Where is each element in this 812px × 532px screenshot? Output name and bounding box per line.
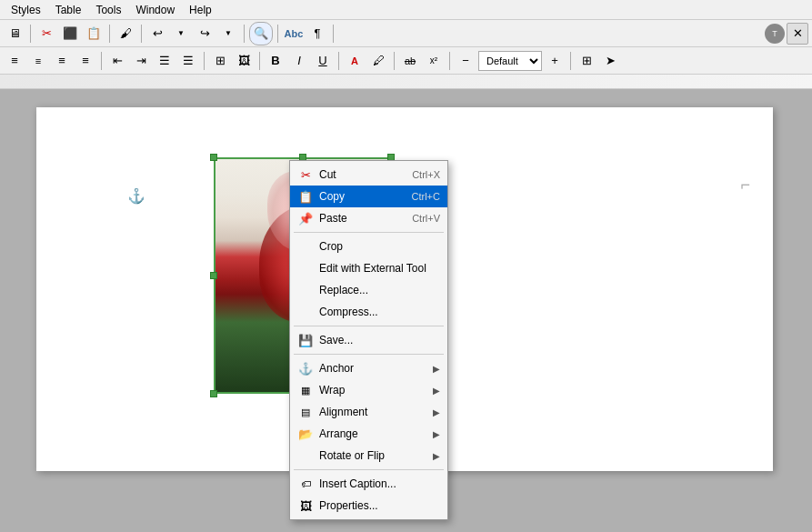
sep-1 [30, 25, 31, 43]
menu-alignment[interactable]: ▤ Alignment ▶ [290, 401, 447, 423]
arrow-right[interactable]: ➤ [599, 50, 621, 72]
indent-increase[interactable]: ⇥ [130, 50, 152, 72]
menu-styles[interactable]: Styles [4, 2, 48, 18]
sep-12 [449, 52, 450, 70]
sep-11 [394, 52, 395, 70]
context-menu: ✂ Cut Ctrl+X 📋 Copy Ctrl+C 📌 Paste Ctrl+… [289, 160, 448, 520]
menu-save[interactable]: 💾 Save... [290, 329, 447, 351]
document-area: ⚓ ⌐ ✂ Cut Ctrl+X 📋 Copy Ctrl+C 📌 Paste C… [0, 89, 812, 532]
rotate-label: Rotate or Flip [319, 449, 433, 462]
menu-insert-caption[interactable]: 🏷 Insert Caption... [290, 473, 447, 495]
crop-icon [297, 238, 314, 255]
sep-ctx-1 [294, 232, 444, 233]
alignment-arrow: ▶ [433, 407, 440, 417]
page-marker: ⌐ [740, 176, 750, 195]
sep-9 [259, 52, 260, 70]
menu-help[interactable]: Help [182, 2, 219, 18]
zoom-circle[interactable]: T [765, 24, 785, 44]
abc-button[interactable]: Abc [283, 23, 305, 45]
arrange-arrow: ▶ [433, 429, 440, 439]
insert-image[interactable]: 🖼 [233, 50, 255, 72]
caption-icon: 🏷 [297, 476, 314, 492]
paste-tb-button[interactable]: 📋 [83, 23, 105, 45]
menu-rotate-flip[interactable]: Rotate or Flip ▶ [290, 445, 447, 467]
paste-label: Paste [319, 212, 405, 225]
close-x-button[interactable]: ✕ [787, 23, 808, 45]
wrap-icon: ▦ [297, 382, 314, 398]
copy-shortcut: Ctrl+C [412, 191, 440, 202]
menu-table[interactable]: Table [48, 2, 89, 18]
sep-3 [141, 25, 142, 43]
menu-cut[interactable]: ✂ Cut Ctrl+X [290, 164, 447, 186]
format-button[interactable]: ¶ [306, 23, 328, 45]
replace-label: Replace... [319, 284, 440, 296]
menu-compress[interactable]: Compress... [290, 301, 447, 323]
underline[interactable]: U [312, 50, 334, 72]
sep-ctx-4 [294, 469, 444, 470]
zoom-out[interactable]: − [455, 50, 476, 72]
menu-wrap[interactable]: ▦ Wrap ▶ [290, 379, 447, 401]
copy-tb-button[interactable]: ⬛ [59, 23, 81, 45]
menu-crop[interactable]: Crop [290, 236, 447, 257]
ruler [0, 75, 812, 89]
highlight[interactable]: 🖊 [367, 50, 389, 72]
zoom-in[interactable]: + [544, 50, 566, 72]
font-color[interactable]: A [344, 50, 366, 72]
handle-tl[interactable] [210, 154, 217, 161]
compress-icon [297, 304, 314, 320]
italic[interactable]: I [288, 50, 310, 72]
menu-replace[interactable]: Replace... [290, 279, 447, 301]
alignment-label: Alignment [319, 406, 433, 418]
insert-table[interactable]: ⊞ [209, 50, 231, 72]
sep-13 [570, 52, 571, 70]
paste-icon: 📌 [297, 210, 314, 226]
redo-dropdown[interactable]: ▼ [217, 23, 239, 45]
more-btn[interactable]: ⊞ [576, 50, 597, 72]
crop-label: Crop [319, 240, 440, 253]
anchor-label: Anchor [319, 362, 433, 375]
align-left[interactable]: ≡ [4, 50, 25, 72]
menu-arrange[interactable]: 📂 Arrange ▶ [290, 423, 447, 445]
justify[interactable]: ≡ [75, 50, 96, 72]
handle-ml[interactable] [210, 272, 217, 279]
menu-edit-external[interactable]: Edit with External Tool [290, 257, 447, 279]
anchor-icon: ⚓ [127, 187, 145, 205]
sep-4 [244, 25, 245, 43]
redo-button[interactable]: ↪ [194, 23, 216, 45]
strikethrough[interactable]: ab [399, 50, 421, 72]
edit-external-icon [297, 260, 314, 276]
menu-window[interactable]: Window [128, 2, 182, 18]
copy-icon: 📋 [297, 188, 314, 205]
undo-dropdown[interactable]: ▼ [170, 23, 192, 45]
undo-button[interactable]: ↩ [146, 23, 168, 45]
sep-ctx-3 [294, 354, 444, 355]
paste-shortcut: Ctrl+V [412, 213, 440, 224]
new-button[interactable]: 🖥 [4, 23, 25, 45]
menubar: Styles Table Tools Window Help [0, 0, 812, 20]
handle-bl[interactable] [210, 390, 217, 397]
save-icon: 💾 [297, 332, 314, 348]
indent-decrease[interactable]: ⇤ [106, 50, 128, 72]
bold[interactable]: B [265, 50, 286, 72]
superscript[interactable]: x² [423, 50, 445, 72]
sep-ctx-2 [294, 326, 444, 326]
align-center[interactable]: ≡ [27, 50, 49, 72]
menu-tools[interactable]: Tools [88, 2, 128, 18]
cut-tb-button[interactable]: ✂ [35, 23, 57, 45]
anchor-menu-icon: ⚓ [297, 360, 314, 376]
replace-icon [297, 282, 314, 298]
menu-paste[interactable]: 📌 Paste Ctrl+V [290, 207, 447, 229]
alignment-icon: ▤ [297, 404, 314, 420]
list-unordered[interactable]: ☰ [154, 50, 175, 72]
list-ordered[interactable]: ☰ [177, 50, 199, 72]
menu-properties[interactable]: 🖼 Properties... [290, 495, 447, 517]
wrap-arrow: ▶ [433, 386, 440, 396]
find-button[interactable]: 🔍 [249, 22, 273, 45]
paint-button[interactable]: 🖌 [115, 23, 136, 45]
zoom-dropdown[interactable]: Default 75% 100% 150% [478, 51, 542, 71]
menu-copy[interactable]: 📋 Copy Ctrl+C [290, 186, 447, 207]
align-right[interactable]: ≡ [51, 50, 73, 72]
properties-icon: 🖼 [297, 497, 314, 514]
menu-anchor[interactable]: ⚓ Anchor ▶ [290, 357, 447, 379]
sep-2 [109, 25, 110, 43]
